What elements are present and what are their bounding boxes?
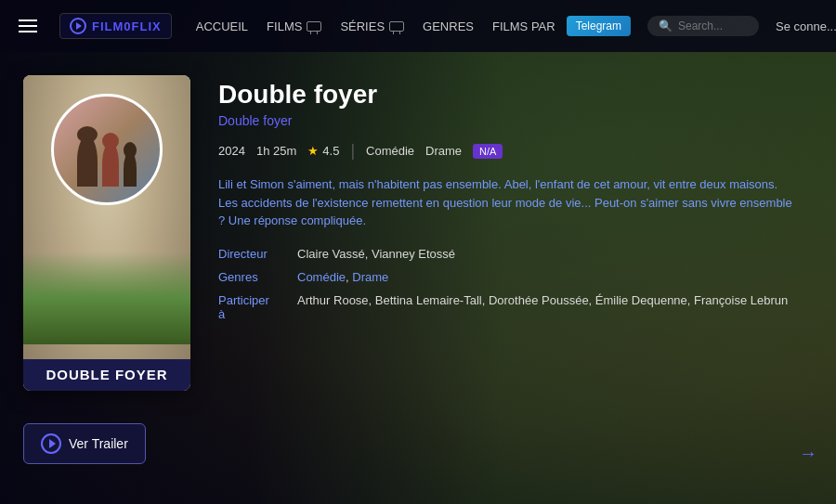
meta-duration: 1h 25m — [256, 144, 296, 158]
silhouette-group — [77, 112, 137, 187]
movie-description: Lili et Simon s'aiment, mais n'habitent … — [218, 175, 794, 230]
star-icon: ★ — [307, 144, 319, 158]
silhouette-woman-head — [102, 133, 119, 149]
movie-meta: 2024 1h 25m ★ 4.5 | Comédie Drame N/A — [218, 141, 813, 161]
genre-link-2[interactable]: Drame — [352, 270, 388, 284]
genre-link-1[interactable]: Comédie — [297, 270, 346, 284]
poster-title-text: DOUBLE FOYER — [29, 367, 185, 383]
meta-year: 2024 — [218, 144, 245, 158]
cast-value: Arthur Roose, Bettina Lemaire-Tall, Doro… — [297, 293, 788, 321]
trailer-button-label: Ver Trailer — [69, 436, 128, 451]
logo-text: FILM0FLIX — [92, 19, 162, 33]
movie-poster: DOUBLE FOYER — [23, 75, 190, 391]
poster-title-bar: DOUBLE FOYER — [23, 359, 190, 391]
silhouette-man-head — [77, 126, 98, 143]
trailer-area: Ver Trailer → — [0, 409, 836, 478]
hamburger-menu[interactable] — [19, 19, 37, 32]
nav-films-par[interactable]: FILMS PAR — [485, 14, 563, 39]
nav-genres[interactable]: GENRES — [415, 14, 481, 39]
nav-accueil[interactable]: ACCUEIL — [189, 14, 255, 39]
detail-row-cast: Participerà Arthur Roose, Bettina Lemair… — [218, 293, 813, 321]
trailer-button[interactable]: Ver Trailer — [23, 423, 146, 464]
poster-trees — [23, 252, 190, 344]
nav-telegram[interactable]: Telegram — [567, 16, 631, 36]
detail-row-director: Directeur Claire Vassé, Vianney Etossé — [218, 247, 813, 261]
rating-value: 4.5 — [322, 144, 339, 158]
silhouette-child — [124, 151, 137, 187]
play-icon — [41, 433, 61, 454]
search-input[interactable] — [678, 19, 752, 32]
genres-label: Genres — [218, 270, 283, 284]
movie-subtitle: Double foyer — [218, 113, 813, 128]
meta-rating: ★ 4.5 — [307, 144, 339, 158]
poster-inner: DOUBLE FOYER — [23, 75, 190, 391]
nav-series[interactable]: SÉRIES — [333, 14, 411, 39]
search-icon: 🔍 — [659, 19, 673, 32]
detail-row-genres: Genres Comédie, Drame — [218, 270, 813, 284]
main-content: DOUBLE FOYER Double foyer Double foyer 2… — [0, 52, 836, 409]
logo[interactable]: FILM0FLIX — [59, 13, 172, 39]
director-value: Claire Vassé, Vianney Etossé — [297, 247, 455, 261]
silhouette-woman — [102, 142, 119, 187]
search-bar[interactable]: 🔍 — [647, 16, 759, 36]
connect-button[interactable]: Se conne... — [776, 19, 836, 33]
genres-value: Comédie, Drame — [297, 270, 388, 284]
silhouette-man — [77, 136, 98, 187]
films-screen-icon — [307, 21, 321, 32]
nav-links: ACCUEIL FILMS SÉRIES GENRES FILMS PAR Te… — [189, 14, 631, 39]
cast-label: Participerà — [218, 293, 283, 321]
movie-info: Double foyer Double foyer 2024 1h 25m ★ … — [218, 75, 813, 321]
movie-title: Double foyer — [218, 80, 813, 110]
meta-divider: | — [350, 141, 355, 161]
nav-films[interactable]: FILMS — [259, 14, 329, 39]
poster-background — [23, 75, 190, 391]
logo-play-icon — [70, 18, 86, 34]
navbar: FILM0FLIX ACCUEIL FILMS SÉRIES GENRES FI… — [0, 0, 836, 52]
series-screen-icon — [389, 21, 404, 32]
movie-details: Directeur Claire Vassé, Vianney Etossé G… — [218, 247, 813, 321]
meta-badge: N/A — [473, 144, 503, 159]
meta-genre2: Drame — [425, 144, 462, 158]
meta-genre1: Comédie — [366, 144, 414, 158]
poster-circle-image — [51, 94, 163, 205]
director-label: Directeur — [218, 247, 283, 261]
silhouette-child-head — [124, 142, 137, 159]
arrow-right-icon[interactable]: → — [799, 443, 817, 464]
